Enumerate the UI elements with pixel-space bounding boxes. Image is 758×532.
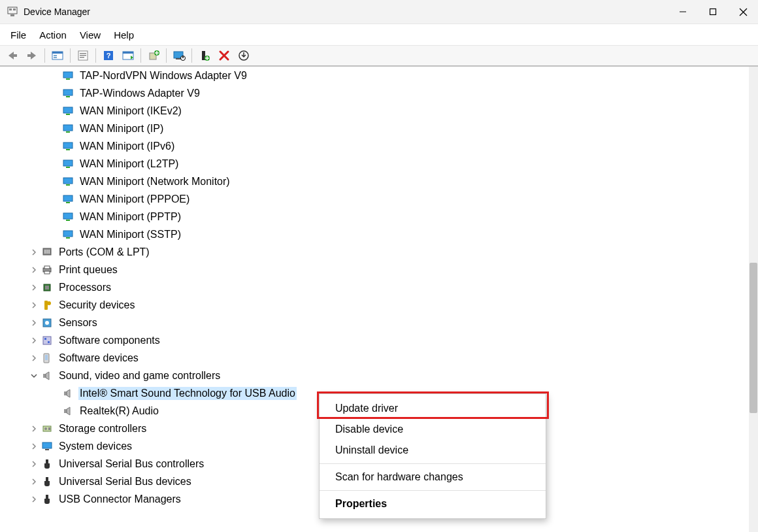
printer-icon bbox=[41, 263, 54, 276]
menu-action[interactable]: Action bbox=[33, 28, 73, 42]
svg-rect-1 bbox=[9, 8, 12, 10]
device-item[interactable]: WAN Miniport (IP) bbox=[1, 120, 749, 137]
svg-rect-70 bbox=[64, 409, 67, 413]
svg-rect-8 bbox=[13, 54, 17, 57]
device-category[interactable]: Software components bbox=[1, 331, 749, 349]
svg-rect-75 bbox=[45, 449, 49, 450]
svg-rect-55 bbox=[44, 266, 50, 269]
disable-button[interactable] bbox=[170, 48, 188, 63]
svg-rect-33 bbox=[66, 96, 70, 97]
close-button[interactable] bbox=[728, 0, 758, 24]
svg-point-60 bbox=[47, 301, 51, 305]
svg-rect-15 bbox=[80, 53, 86, 54]
properties-button[interactable] bbox=[74, 48, 92, 63]
svg-rect-74 bbox=[42, 442, 52, 448]
chevron-right-icon[interactable] bbox=[29, 424, 39, 434]
port-icon bbox=[41, 246, 54, 259]
svg-rect-43 bbox=[66, 184, 70, 186]
ctx-uninstall-device[interactable]: Uninstall device bbox=[320, 440, 546, 461]
system-icon bbox=[41, 440, 54, 453]
device-category[interactable]: Sound, video and game controllers bbox=[1, 367, 749, 384]
svg-rect-49 bbox=[66, 237, 70, 239]
device-item[interactable]: WAN Miniport (IPv6) bbox=[1, 137, 749, 155]
forward-button[interactable] bbox=[23, 48, 41, 63]
device-item[interactable]: WAN Miniport (PPTP) bbox=[1, 208, 749, 225]
device-category[interactable]: Sensors bbox=[1, 314, 749, 331]
vertical-scrollbar[interactable] bbox=[749, 67, 758, 532]
device-category[interactable]: Software devices bbox=[1, 349, 749, 367]
update-driver-button[interactable] bbox=[144, 48, 163, 63]
chevron-right-icon[interactable] bbox=[29, 494, 39, 505]
chevron-right-icon[interactable] bbox=[29, 282, 39, 293]
svg-rect-16 bbox=[80, 55, 86, 56]
svg-rect-5 bbox=[710, 9, 716, 15]
monitor-icon bbox=[61, 69, 74, 82]
device-category[interactable]: Security devices bbox=[1, 296, 749, 314]
svg-rect-32 bbox=[63, 90, 73, 95]
svg-rect-36 bbox=[63, 125, 73, 131]
chevron-right-icon[interactable] bbox=[29, 300, 39, 310]
usb-icon bbox=[41, 475, 54, 488]
app-icon bbox=[7, 6, 18, 18]
chevron-right-icon[interactable] bbox=[29, 353, 39, 363]
ctx-properties[interactable]: Properties bbox=[320, 493, 546, 514]
device-label: System devices bbox=[58, 440, 133, 453]
ctx-update-driver[interactable]: Update driver bbox=[320, 398, 546, 419]
device-label: WAN Miniport (Network Monitor) bbox=[78, 175, 231, 188]
device-item[interactable]: WAN Miniport (Network Monitor) bbox=[1, 173, 749, 190]
back-button[interactable] bbox=[3, 48, 22, 63]
menu-help[interactable]: Help bbox=[107, 28, 140, 42]
svg-rect-41 bbox=[66, 167, 70, 168]
device-item[interactable]: WAN Miniport (PPPOE) bbox=[1, 190, 749, 208]
menu-file[interactable]: File bbox=[4, 28, 33, 42]
scan-button[interactable] bbox=[119, 48, 137, 63]
chevron-right-icon[interactable] bbox=[29, 476, 39, 487]
minimize-button[interactable] bbox=[668, 0, 698, 24]
svg-rect-53 bbox=[48, 250, 50, 254]
svg-rect-12 bbox=[54, 55, 57, 56]
chevron-right-icon[interactable] bbox=[29, 318, 39, 328]
monitor-icon bbox=[61, 228, 74, 241]
chevron-right-icon[interactable] bbox=[29, 265, 39, 275]
help-button[interactable]: ? bbox=[99, 48, 118, 63]
monitor-icon bbox=[61, 105, 74, 118]
chevron-right-icon[interactable] bbox=[29, 459, 39, 469]
device-item[interactable]: WAN Miniport (SSTP) bbox=[1, 225, 749, 243]
svg-rect-63 bbox=[43, 337, 51, 344]
chevron-right-icon[interactable] bbox=[29, 441, 39, 452]
chevron-right-icon[interactable] bbox=[29, 335, 39, 346]
device-item[interactable]: TAP-NordVPN Windows Adapter V9 bbox=[1, 67, 749, 84]
window-title: Device Manager bbox=[24, 7, 90, 17]
ctx-scan-hardware[interactable]: Scan for hardware changes bbox=[320, 467, 546, 488]
svg-rect-56 bbox=[44, 271, 50, 274]
menu-view[interactable]: View bbox=[73, 28, 107, 42]
show-hidden-button[interactable] bbox=[48, 48, 67, 63]
device-category[interactable]: Print queues bbox=[1, 261, 749, 278]
uninstall-button[interactable] bbox=[195, 48, 214, 63]
security-icon bbox=[41, 299, 54, 312]
swcomp-icon bbox=[41, 334, 54, 347]
device-item[interactable]: WAN Miniport (L2TP) bbox=[1, 155, 749, 173]
delete-button[interactable] bbox=[215, 48, 233, 63]
scrollbar-thumb[interactable] bbox=[750, 263, 757, 413]
svg-rect-40 bbox=[63, 160, 73, 166]
device-label: Software components bbox=[58, 334, 161, 347]
ctx-disable-device[interactable]: Disable device bbox=[320, 419, 546, 440]
device-label: Sound, video and game controllers bbox=[58, 369, 222, 382]
device-label: WAN Miniport (SSTP) bbox=[78, 228, 182, 241]
device-category[interactable]: Ports (COM & LPT) bbox=[1, 243, 749, 261]
device-item[interactable]: TAP-Windows Adapter V9 bbox=[1, 84, 749, 102]
svg-rect-51 bbox=[44, 250, 46, 254]
sensor-icon bbox=[41, 316, 54, 329]
maximize-button[interactable] bbox=[698, 0, 728, 24]
svg-rect-77 bbox=[46, 477, 48, 481]
speaker-icon bbox=[41, 369, 54, 382]
chevron-right-icon[interactable] bbox=[29, 247, 39, 258]
device-category[interactable]: Processors bbox=[1, 278, 749, 296]
chevron-down-icon[interactable] bbox=[29, 371, 39, 381]
scan-hardware-button[interactable] bbox=[235, 48, 253, 63]
svg-rect-52 bbox=[46, 250, 48, 254]
device-item[interactable]: WAN Miniport (IKEv2) bbox=[1, 102, 749, 120]
svg-rect-78 bbox=[46, 495, 48, 499]
svg-line-7 bbox=[740, 8, 747, 16]
